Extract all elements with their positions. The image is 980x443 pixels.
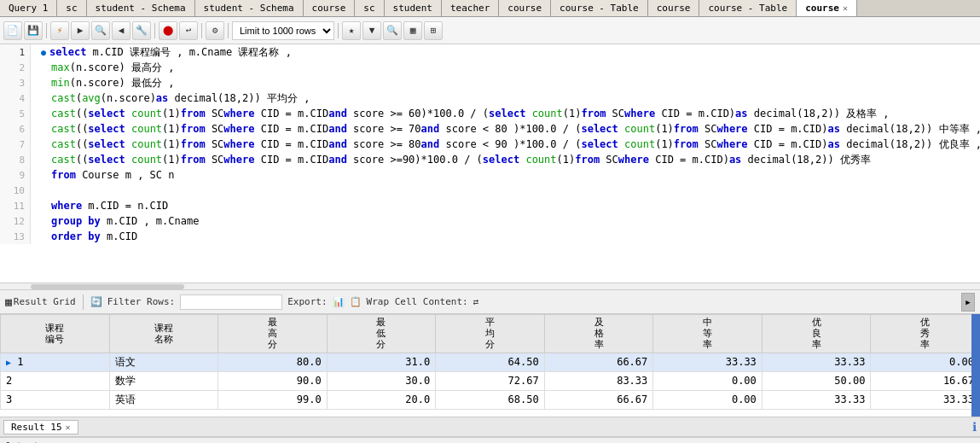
- col-header-good[interactable]: 优良率: [762, 315, 871, 353]
- wrap-cell-button[interactable]: ⇄: [473, 296, 479, 307]
- line-num-8: 8: [0, 152, 30, 167]
- export-copy-button[interactable]: 📋: [350, 296, 362, 307]
- limit-select[interactable]: Limit to 1000 rows: [232, 21, 334, 40]
- toolbar-separator3: [201, 23, 202, 38]
- filter-rows-label: Filter Rows:: [107, 296, 175, 307]
- magnify-button[interactable]: 🔍: [383, 21, 402, 40]
- col-header-excellent[interactable]: 优秀率: [871, 315, 980, 353]
- code-line-13: order by m.CID: [34, 229, 980, 244]
- tab-student[interactable]: student: [385, 0, 442, 16]
- scrollbar-thumb: [31, 284, 184, 289]
- code-line-9: from Course m , SC n: [34, 167, 980, 183]
- line-num-3: 3: [0, 75, 30, 90]
- col-header-pass[interactable]: 及格率: [544, 315, 653, 353]
- code-line-6: cast (( select count (1) from SC where C…: [34, 121, 980, 137]
- revert-button[interactable]: ↩: [179, 21, 198, 40]
- tab-course2[interactable]: course: [499, 0, 551, 16]
- col-header-max[interactable]: 最高分: [218, 315, 328, 353]
- grid-wrapper: 课程编号 课程名称 最高分 最低分 平均分 及格率 中等率 优良率 优秀率 ▶ …: [0, 314, 980, 417]
- output-bar: Output: [0, 437, 980, 443]
- line-num-12: 12: [0, 213, 30, 229]
- panel-toggle-icon: ▶: [966, 298, 970, 306]
- tab-teacher[interactable]: teacher: [442, 0, 499, 16]
- line-num-6: 6: [0, 121, 30, 137]
- tab-student-schema1[interactable]: student - Schema: [87, 0, 195, 16]
- more-button[interactable]: ⊞: [424, 21, 443, 40]
- line-num-1: 1: [0, 44, 30, 60]
- export-csv-icon: 📊: [333, 296, 345, 307]
- refresh-button[interactable]: 🔄: [90, 296, 102, 307]
- col-header-min[interactable]: 最低分: [327, 315, 436, 353]
- line-num-11: 11: [0, 198, 30, 213]
- result-tab-15[interactable]: Result 15 ✕: [3, 420, 78, 434]
- info-icon[interactable]: ℹ: [972, 420, 977, 434]
- col-header-cname[interactable]: 课程名称: [109, 315, 218, 353]
- beautify-button[interactable]: ⚙: [206, 21, 224, 40]
- line-num-7: 7: [0, 137, 30, 152]
- results-table: 课程编号 课程名称 最高分 最低分 平均分 及格率 中等率 优良率 优秀率 ▶ …: [0, 314, 980, 410]
- result-tab-close-icon[interactable]: ✕: [66, 423, 71, 432]
- execute-current-button[interactable]: ▶: [71, 21, 90, 40]
- next-button[interactable]: 🔧: [132, 21, 151, 40]
- side-panel[interactable]: [971, 314, 980, 417]
- save-button[interactable]: 💾: [24, 21, 43, 40]
- line-num-9: 9: [0, 167, 30, 183]
- data-grid-container: 课程编号 课程名称 最高分 最低分 平均分 及格率 中等率 优良率 优秀率 ▶ …: [0, 314, 980, 417]
- active-marker: ●: [41, 48, 46, 57]
- toolbar-separator5: [338, 23, 339, 38]
- toolbar-separator4: [228, 23, 229, 38]
- tab-query1[interactable]: Query 1: [0, 0, 57, 16]
- code-line-11: where m.CID = n.CID: [34, 198, 980, 213]
- line-num-13: 13: [0, 229, 30, 244]
- schema-button[interactable]: ▦: [403, 21, 422, 40]
- code-line-2: max (n.score) 最高分 ,: [34, 60, 980, 75]
- search-button[interactable]: 🔍: [91, 21, 110, 40]
- data-grid[interactable]: 课程编号 课程名称 最高分 最低分 平均分 及格率 中等率 优良率 优秀率 ▶ …: [0, 314, 980, 417]
- tab-sc1[interactable]: sc: [57, 0, 86, 16]
- tab-course1[interactable]: course: [304, 0, 356, 16]
- code-line-5: cast (( select count (1) from SC where C…: [34, 106, 980, 121]
- wrap-icon: ⇄: [473, 296, 479, 307]
- tab-course-table2[interactable]: course - Table: [699, 0, 797, 16]
- result-toolbar: ▦ Result Grid 🔄 Filter Rows: Export: 📊 📋…: [0, 290, 980, 314]
- code-lines: ● select m.CID 课程编号 , m.Cname 课程名称 , max…: [31, 44, 980, 244]
- tab-student-schema2[interactable]: student - Schema: [195, 0, 304, 16]
- horizontal-scrollbar[interactable]: [0, 283, 980, 290]
- export-csv-button[interactable]: 📊: [333, 296, 345, 307]
- code-line-12: group by m.CID , m.Cname: [34, 213, 980, 229]
- tab-sc2[interactable]: sc: [355, 0, 384, 16]
- table-row[interactable]: 2 数学 90.0 30.0 72.67 83.33 0.00 50.00 16…: [1, 371, 980, 390]
- prev-button[interactable]: ◀: [112, 21, 130, 40]
- tab-course-active[interactable]: course ✕: [797, 0, 857, 16]
- line-num-10: 10: [0, 183, 30, 198]
- tab-bar: Query 1 sc student - Schema student - Sc…: [0, 0, 980, 17]
- result-tabs: Result 15 ✕ ℹ: [0, 417, 980, 437]
- table-header-row: 课程编号 课程名称 最高分 最低分 平均分 及格率 中等率 优良率 优秀率: [1, 315, 980, 353]
- stop-button[interactable]: ⬤: [159, 21, 177, 40]
- tab-course-table1[interactable]: course - Table: [551, 0, 648, 16]
- sql-editor[interactable]: 1 2 3 4 5 6 7 8 9 10 11 12 13 ● select m…: [0, 44, 980, 283]
- tab-course3[interactable]: course: [648, 0, 700, 16]
- code-line-3: min (n.score) 最低分 ,: [34, 75, 980, 90]
- table-row[interactable]: 3 英语 99.0 20.0 68.50 66.67 0.00 33.33 33…: [1, 390, 980, 409]
- wrap-cell-label: Wrap Cell Content:: [367, 296, 468, 307]
- code-line-7: cast (( select count (1) from SC where C…: [34, 137, 980, 152]
- col-header-cid[interactable]: 课程编号: [1, 315, 110, 353]
- new-file-button[interactable]: 📄: [3, 21, 22, 40]
- row-arrow-icon: ▶: [6, 358, 11, 367]
- result-grid-button[interactable]: ▦ Result Grid: [5, 295, 76, 308]
- table-row[interactable]: ▶ 1 语文 80.0 31.0 64.50 66.67 33.33 33.33…: [1, 353, 980, 371]
- export-copy-icon: 📋: [350, 296, 362, 307]
- filter-rows-input[interactable]: [180, 294, 282, 310]
- tab-close-icon[interactable]: ✕: [843, 3, 848, 13]
- col-header-avg[interactable]: 平均分: [436, 315, 545, 353]
- grid-icon: ▦: [5, 295, 12, 308]
- col-header-mid[interactable]: 中等率: [653, 315, 763, 353]
- result-toolbar-sep1: [83, 294, 84, 310]
- export-label: Export:: [287, 296, 327, 307]
- line-numbers: 1 2 3 4 5 6 7 8 9 10 11 12 13: [0, 44, 31, 244]
- panel-toggle-button[interactable]: ▶: [961, 293, 975, 312]
- execute-button[interactable]: ⚡: [50, 21, 69, 40]
- filter-button[interactable]: ▼: [362, 21, 381, 40]
- bookmark-button[interactable]: ★: [342, 21, 361, 40]
